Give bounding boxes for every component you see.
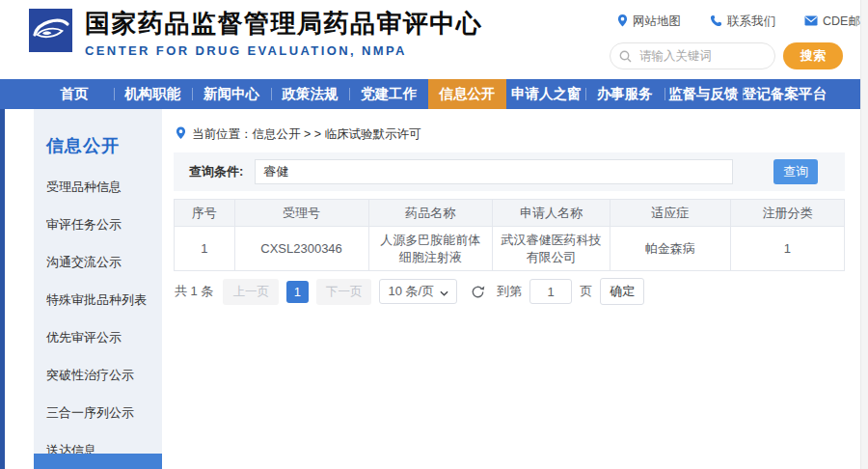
nav-item-applicant-window[interactable]: 申请人之窗 <box>506 79 585 109</box>
query-condition-input[interactable] <box>255 159 733 184</box>
cell-acceptance-no: CXSL2300346 <box>234 227 368 271</box>
phone-icon <box>710 14 722 30</box>
query-panel: 查询条件: 查询 <box>174 152 845 191</box>
chevron-down-icon <box>440 285 448 299</box>
page-size-select[interactable]: 10 条/页 <box>379 279 457 304</box>
contact-link[interactable]: 联系我们 <box>710 14 775 30</box>
site-title: 国家药品监督管理局药品审评中心 <box>85 7 483 41</box>
sitemap-link-label: 网站地图 <box>633 14 681 30</box>
cde-logo-icon <box>29 9 72 52</box>
search-button[interactable]: 搜索 <box>783 42 843 69</box>
col-header-drug-name: 药品名称 <box>368 200 493 227</box>
sidebar-item-selected-bar[interactable] <box>34 454 162 469</box>
main-nav: 首页 机构职能 新闻中心 政策法规 党建工作 信息公开 申请人之窗 办事服务 监… <box>0 79 861 109</box>
map-pin-icon <box>617 14 628 30</box>
sidebar-item-breakthrough-therapy[interactable]: 突破性治疗公示 <box>34 357 162 395</box>
cell-drug-name: 人源多巴胺能前体细胞注射液 <box>368 227 493 271</box>
query-button[interactable]: 查询 <box>773 159 818 184</box>
table-row: 1 CXSL2300346 人源多巴胺能前体细胞注射液 武汉睿健医药科技有限公司… <box>175 227 845 271</box>
site-subtitle: CENTER FOR DRUG EVALUATION, NMPA <box>85 43 483 58</box>
confirm-button[interactable]: 确定 <box>600 278 644 305</box>
page-size-value: 10 条/页 <box>388 283 434 300</box>
goto-page-unit: 页 <box>580 283 592 300</box>
total-count-label: 共 1 条 <box>175 283 213 300</box>
query-condition-label: 查询条件: <box>189 163 243 180</box>
nav-item-information-disclosure[interactable]: 信息公开 <box>428 79 507 109</box>
cell-seq: 1 <box>175 227 235 271</box>
breadcrumb: 当前位置：信息公开 > > 临床试验默示许可 <box>176 126 421 143</box>
col-header-registration-class: 注册分类 <box>730 200 844 227</box>
sidebar-item-communication[interactable]: 沟通交流公示 <box>34 244 162 282</box>
sidebar-item-special-approval-list[interactable]: 特殊审批品种列表 <box>34 282 162 319</box>
cell-registration-class: 1 <box>730 227 844 271</box>
search-icon <box>619 49 632 67</box>
sidebar-item-accepted-products[interactable]: 受理品种信息 <box>34 169 162 207</box>
col-header-applicant: 申请人名称 <box>493 200 610 227</box>
refresh-icon[interactable] <box>471 285 485 299</box>
nav-item-home[interactable]: 首页 <box>35 79 114 109</box>
breadcrumb-text: 当前位置：信息公开 > > 临床试验默示许可 <box>192 126 421 143</box>
col-header-indication: 适应症 <box>610 200 730 227</box>
sidebar-item-priority-review[interactable]: 优先审评公示 <box>34 319 162 357</box>
nav-right-pad <box>827 79 861 109</box>
cell-indication: 帕金森病 <box>610 227 730 271</box>
page-number-button[interactable]: 1 <box>286 281 309 303</box>
cell-applicant: 武汉睿健医药科技有限公司 <box>493 227 610 271</box>
sidebar-item-review-tasks[interactable]: 审评任务公示 <box>34 207 162 244</box>
nav-item-policies[interactable]: 政策法规 <box>271 79 350 109</box>
results-table: 序号 受理号 药品名称 申请人名称 适应症 注册分类 1 CXSL2300346… <box>174 199 845 271</box>
site-header: 国家药品监督管理局药品审评中心 CENTER FOR DRUG EVALUATI… <box>0 0 861 79</box>
nav-left-pad <box>0 79 35 109</box>
sidebar-title: 信息公开 <box>34 109 162 169</box>
site-title-block: 国家药品监督管理局药品审评中心 CENTER FOR DRUG EVALUATI… <box>85 7 483 58</box>
mail-icon <box>804 15 818 29</box>
nav-item-services[interactable]: 办事服务 <box>585 79 665 109</box>
scrollbar[interactable] <box>860 0 868 469</box>
header-search-area: 搜索 <box>610 42 843 69</box>
sitemap-link[interactable]: 网站地图 <box>617 14 681 30</box>
sidebar-item-three-in-one-sequence[interactable]: 三合一序列公示 <box>34 395 162 432</box>
next-page-button[interactable]: 下一页 <box>316 279 372 305</box>
table-header-row: 序号 受理号 药品名称 申请人名称 适应症 注册分类 <box>175 200 845 227</box>
nav-item-registration-platform[interactable]: 登记备案平台 <box>743 79 827 109</box>
nav-item-supervision-feedback[interactable]: 监督与反馈 <box>665 79 744 109</box>
sidebar: 信息公开 受理品种信息 审评任务公示 沟通交流公示 特殊审批品种列表 优先审评公… <box>34 109 162 469</box>
left-accent-strip <box>0 109 5 469</box>
keyword-search-input[interactable] <box>610 42 775 69</box>
col-header-seq: 序号 <box>175 200 235 227</box>
nav-item-news[interactable]: 新闻中心 <box>192 79 271 109</box>
goto-page-input[interactable] <box>529 279 572 304</box>
prev-page-button[interactable]: 上一页 <box>223 279 279 305</box>
pagination: 共 1 条 上一页 1 下一页 10 条/页 到第 页 确定 <box>175 278 644 305</box>
col-header-acceptance-no: 受理号 <box>234 200 368 227</box>
nav-item-functions[interactable]: 机构职能 <box>114 79 193 109</box>
location-pin-icon <box>176 126 186 143</box>
contact-link-label: 联系我们 <box>727 14 775 30</box>
cde-mailbox-link[interactable]: CDE邮箱 <box>804 14 868 30</box>
search-box <box>610 42 775 69</box>
goto-page-label: 到第 <box>497 283 522 300</box>
nav-item-party-building[interactable]: 党建工作 <box>349 79 428 109</box>
header-quick-links: 网站地图 联系我们 CDE邮箱 <box>617 14 868 30</box>
